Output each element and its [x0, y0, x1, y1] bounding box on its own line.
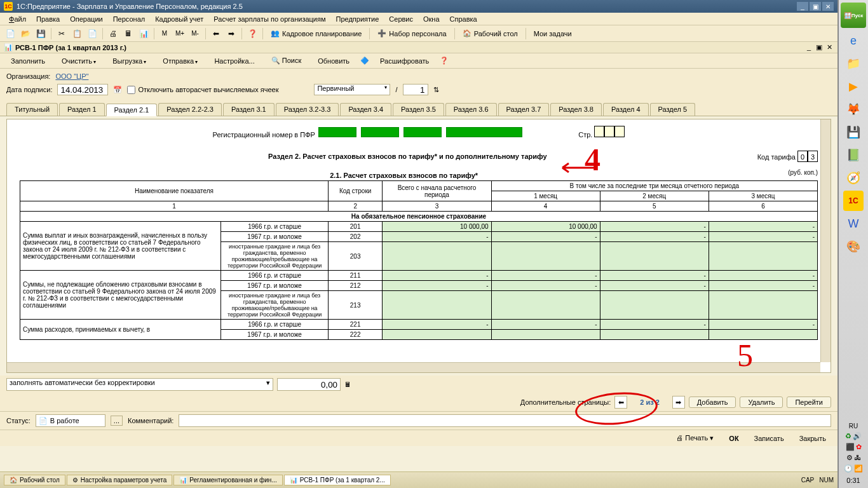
help2-icon[interactable]: ❓: [440, 57, 449, 65]
sign-date-input[interactable]: [57, 84, 108, 95]
fwd-icon[interactable]: ➡: [225, 27, 238, 40]
task-reports[interactable]: 📊 Регламентированная и фин...: [173, 475, 282, 485]
tray-icon-3[interactable]: ⬛: [846, 443, 855, 451]
menu-personnel[interactable]: Персонал: [108, 13, 151, 25]
doc-minimize-icon[interactable]: _: [804, 43, 813, 51]
calc-icon[interactable]: 🖩: [122, 27, 135, 40]
tab-razdel-3-5[interactable]: Раздел 3.5: [393, 103, 444, 116]
scrollbar-horizontal[interactable]: [7, 362, 820, 372]
stepper-icon[interactable]: ⇅: [433, 86, 439, 94]
print-button[interactable]: 🖨 Печать ▾: [671, 433, 719, 444]
page-prev-button[interactable]: ⬅: [614, 396, 627, 409]
back-icon[interactable]: ⬅: [210, 27, 222, 40]
clear-button[interactable]: Очистить: [56, 55, 102, 67]
task-desktop[interactable]: 🏠 Рабочий стол: [4, 475, 65, 485]
task-settings[interactable]: ⚙ Настройка параметров учета: [67, 475, 172, 485]
paste-icon[interactable]: 📄: [86, 27, 98, 40]
tray-icon-1[interactable]: ♻: [845, 432, 851, 440]
menu-edit[interactable]: Правка: [31, 13, 65, 25]
folder-icon[interactable]: 📁: [843, 53, 864, 74]
copy-icon[interactable]: 📋: [71, 27, 83, 40]
menu-salary[interactable]: Расчет зарплаты по организациям: [208, 13, 330, 25]
tab-titulnyj[interactable]: Титульный: [6, 103, 58, 116]
status-ellipsis-button[interactable]: ...: [111, 416, 123, 426]
search-button[interactable]: 🔍 Поиск: [266, 55, 308, 67]
wmp-icon[interactable]: ▶: [843, 76, 864, 97]
doc-restore-icon[interactable]: ▣: [815, 43, 824, 51]
doc-type-select[interactable]: Первичный: [314, 84, 390, 95]
calendar-icon[interactable]: 📅: [113, 86, 122, 94]
tab-razdel-1[interactable]: Раздел 1: [59, 103, 105, 116]
tray-icon-4[interactable]: ✿: [856, 443, 862, 451]
mplus-icon[interactable]: M+: [173, 27, 186, 40]
tray-icon-7[interactable]: 🕐: [844, 464, 853, 473]
reg-field-4[interactable]: [446, 127, 522, 137]
tab-razdel-3-4[interactable]: Раздел 3.4: [340, 103, 391, 116]
task-current[interactable]: 📊 РСВ-1 ПФР (за 1 квартал 2...: [284, 475, 391, 485]
comment-input[interactable]: [179, 414, 831, 427]
tab-razdel-3-8[interactable]: Раздел 3.8: [550, 103, 602, 116]
maximize-button[interactable]: ▣: [810, 2, 821, 11]
disable-auto-checkbox[interactable]: Отключить авторасчет вычисляемых ячеек: [127, 86, 278, 94]
send-button[interactable]: Отправка: [157, 55, 203, 67]
menu-hr[interactable]: Кадровый учет: [150, 13, 208, 25]
menu-file[interactable]: ФФайлайл: [4, 13, 31, 25]
recruitment-button[interactable]: ➕ Набор персонала: [374, 28, 450, 39]
amount-field[interactable]: [277, 378, 341, 391]
doc-num-input[interactable]: [403, 84, 428, 95]
calc-small-icon[interactable]: 🖩: [344, 381, 351, 388]
compass-icon[interactable]: 🧭: [843, 168, 864, 188]
help-icon[interactable]: ❓: [246, 27, 259, 40]
ie-icon[interactable]: e: [843, 30, 864, 51]
tree-icon[interactable]: 🔷: [360, 57, 369, 65]
reg-field-3[interactable]: [403, 127, 442, 137]
scrollbar-vertical[interactable]: [820, 119, 831, 362]
tab-razdel-3-2[interactable]: Раздел 3.2-3.3: [276, 103, 339, 116]
chart-icon[interactable]: 📊: [137, 27, 150, 40]
tray-icon-2[interactable]: 🔊: [853, 432, 862, 440]
new-icon[interactable]: 📄: [4, 27, 17, 40]
tab-razdel-5[interactable]: Раздел 5: [650, 103, 696, 116]
page-next-button[interactable]: ➡: [672, 396, 685, 409]
minimize-button[interactable]: _: [797, 2, 808, 11]
start-button[interactable]: 🪟Пуск: [841, 3, 866, 28]
menu-operations[interactable]: Операции: [65, 13, 107, 25]
write-button[interactable]: Записать: [749, 433, 789, 444]
desktop-button[interactable]: 🏠 Рабочий стол: [459, 28, 522, 39]
tab-razdel-3-7[interactable]: Раздел 3.7: [498, 103, 550, 116]
tab-razdel-4[interactable]: Раздел 4: [603, 103, 649, 116]
menu-enterprise[interactable]: Предприятие: [331, 13, 384, 25]
goto-page-button[interactable]: Перейти: [787, 396, 831, 408]
add-page-button[interactable]: Добавить: [689, 396, 736, 408]
delete-page-button[interactable]: Удалить: [740, 396, 783, 408]
decode-button[interactable]: Расшифровать: [374, 55, 435, 67]
ok-button[interactable]: ОК: [724, 433, 743, 444]
close-doc-button[interactable]: Закрыть: [794, 433, 831, 444]
reg-field-1[interactable]: [318, 127, 356, 137]
org-link[interactable]: ООО "ЦР": [55, 72, 88, 80]
hr-planning-button[interactable]: 👥 Кадровое планирование: [267, 28, 365, 39]
mminus-icon[interactable]: M-: [189, 27, 201, 40]
tab-razdel-3-6[interactable]: Раздел 3.6: [445, 103, 497, 116]
tray-icon-5[interactable]: ⚙: [846, 454, 853, 462]
fill-mode-select[interactable]: заполнять автоматически без корректировк…: [6, 378, 273, 391]
lang-indicator[interactable]: RU: [849, 423, 858, 430]
fill-button[interactable]: Заполнить: [5, 55, 51, 67]
menu-windows[interactable]: Окна: [418, 13, 445, 25]
tray-icon-8[interactable]: 📶: [854, 464, 863, 473]
excel-icon[interactable]: 📗: [843, 145, 864, 165]
menu-help[interactable]: Справка: [445, 13, 482, 25]
refresh-button[interactable]: Обновить: [312, 55, 355, 67]
reg-field-2[interactable]: [361, 127, 399, 137]
save-icon[interactable]: 💾: [34, 27, 47, 40]
export-button[interactable]: Выгрузка: [107, 55, 152, 67]
close-button[interactable]: ✕: [822, 2, 834, 11]
settings-button[interactable]: Настройка...: [208, 55, 260, 67]
status-field[interactable]: 📄 В работе: [36, 414, 105, 427]
tarif-code[interactable]: 03: [797, 151, 818, 162]
save-disk-icon[interactable]: 💾: [843, 122, 864, 142]
tab-razdel-2-1[interactable]: Раздел 2.1: [106, 104, 158, 116]
page-cells[interactable]: [594, 126, 625, 137]
print-icon[interactable]: 🖨: [107, 27, 119, 40]
my-tasks-button[interactable]: Мои задачи: [530, 29, 576, 39]
